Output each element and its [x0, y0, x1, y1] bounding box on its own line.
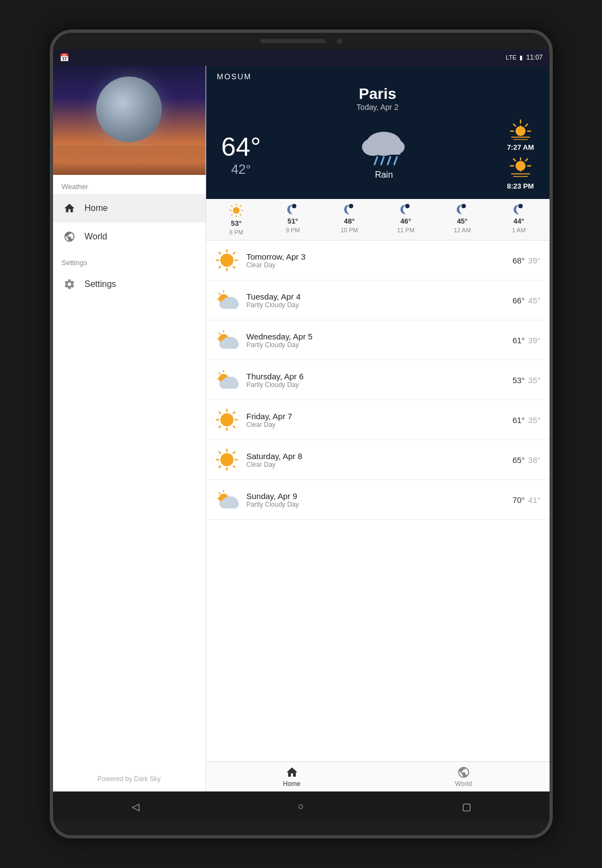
- svg-line-33: [240, 206, 241, 207]
- hourly-time-5: 1 AM: [512, 227, 525, 233]
- sidebar-item-settings[interactable]: Settings: [53, 270, 206, 298]
- tablet-bottom-bar: [53, 822, 550, 835]
- daily-high-2: 61°: [512, 336, 525, 345]
- daily-info-0: Tomorrow, Apr 3 Clear Day: [247, 252, 505, 269]
- daily-item-4[interactable]: Friday, Apr 7 Clear Day 61° 35°: [206, 400, 550, 440]
- back-button[interactable]: ◁: [129, 800, 142, 813]
- svg-line-12: [513, 124, 516, 126]
- sidebar-item-world[interactable]: World: [53, 222, 206, 251]
- sidebar-world-label: World: [85, 232, 108, 242]
- daily-info-1: Tuesday, Apr 4 Partly Cloudy Day: [247, 292, 505, 309]
- home-icon: [62, 201, 77, 216]
- daily-item-0[interactable]: Tomorrow, Apr 3 Clear Day 68° 39°: [206, 241, 550, 280]
- daily-high-4: 61°: [512, 415, 525, 425]
- svg-line-19: [525, 159, 528, 161]
- sun-times: 7:27 AM: [507, 118, 534, 190]
- hourly-item-2: 48° 10 PM: [321, 203, 377, 236]
- daily-item-5[interactable]: Saturday, Apr 8 Clear Day 65° 38°: [206, 440, 550, 480]
- temp-low: 42°: [231, 162, 251, 177]
- signal-icon: LTE: [506, 54, 516, 61]
- bottom-nav-world-label: World: [455, 780, 472, 788]
- svg-line-80: [233, 412, 235, 414]
- bottom-nav-home-label: Home: [283, 780, 300, 788]
- android-nav-bar: ◁ ○ ▢: [53, 791, 550, 822]
- bottom-nav-home[interactable]: Home: [206, 762, 378, 791]
- svg-line-21: [513, 159, 516, 161]
- current-weather-icon: Rain: [356, 128, 411, 180]
- daily-icon-6: [215, 488, 239, 512]
- svg-line-78: [219, 412, 221, 414]
- daily-temps-2: 61° 39°: [512, 336, 540, 345]
- svg-line-5: [381, 157, 384, 165]
- svg-line-90: [219, 466, 221, 468]
- daily-forecast-list: Tomorrow, Apr 3 Clear Day 68° 39°: [206, 241, 550, 761]
- daily-low-6: 41°: [528, 495, 541, 505]
- daily-temps-1: 66° 45°: [512, 296, 540, 305]
- daily-icon-5: [215, 448, 239, 472]
- sidebar: Weather Home World: [53, 66, 206, 791]
- svg-rect-64: [223, 344, 237, 349]
- daily-low-5: 38°: [528, 455, 541, 465]
- daily-icon-1: [215, 288, 239, 312]
- daily-low-4: 35°: [528, 415, 541, 425]
- daily-item-3[interactable]: Thursday, Apr 6 Partly Cloudy Day 53° 35…: [206, 360, 550, 400]
- daily-name-0: Tomorrow, Apr 3: [247, 252, 505, 261]
- hourly-item-3: 46° 11 PM: [377, 203, 434, 236]
- sunset-time: 8:23 PM: [507, 182, 534, 190]
- city-date: Today, Apr 2: [217, 103, 539, 112]
- svg-point-73: [220, 413, 233, 426]
- daily-item-2[interactable]: Wednesday, Apr 5 Partly Cloudy Day 61° 3…: [206, 320, 550, 360]
- svg-line-46: [233, 266, 235, 268]
- tablet-screen: 📅 LTE ▮ 11:07 Weather: [53, 49, 550, 791]
- daily-desc-6: Partly Cloudy Day: [247, 501, 505, 508]
- hourly-item-4: 45° 12 AM: [434, 203, 490, 236]
- svg-line-52: [219, 293, 220, 295]
- bottom-nav-world[interactable]: World: [378, 762, 550, 791]
- svg-line-34: [231, 214, 232, 215]
- content-area: MOSUM Paris Today, Apr 2 64° 42°: [206, 66, 550, 791]
- tablet-top-bar: [53, 33, 550, 49]
- weather-section-label: Weather: [53, 175, 206, 194]
- svg-rect-72: [223, 384, 237, 389]
- daily-desc-4: Clear Day: [247, 421, 505, 429]
- bottom-nav: Home World: [206, 761, 550, 791]
- svg-line-32: [240, 214, 241, 215]
- daily-info-2: Wednesday, Apr 5 Partly Cloudy Day: [247, 332, 505, 349]
- daily-info-6: Sunday, Apr 9 Partly Cloudy Day: [247, 491, 505, 508]
- svg-point-38: [461, 204, 466, 208]
- svg-line-6: [388, 157, 390, 165]
- daily-desc-1: Partly Cloudy Day: [247, 301, 505, 309]
- main-area: Weather Home World: [53, 66, 550, 791]
- hourly-time-3: 11 PM: [397, 227, 414, 233]
- daily-info-4: Friday, Apr 7 Clear Day: [247, 412, 505, 429]
- svg-line-48: [219, 266, 221, 268]
- moon-illustration: [96, 77, 162, 142]
- daily-info-5: Saturday, Apr 8 Clear Day: [247, 451, 505, 468]
- app-name: MOSUM: [217, 72, 539, 81]
- svg-line-7: [394, 157, 397, 165]
- daily-temps-3: 53° 35°: [512, 376, 540, 385]
- hourly-temp-5: 44°: [513, 217, 524, 225]
- home-button[interactable]: ○: [294, 800, 307, 813]
- recents-button[interactable]: ▢: [460, 800, 473, 813]
- daily-item-6[interactable]: Sunday, Apr 9 Partly Cloudy Day 70° 41°: [206, 480, 550, 520]
- daily-icon-0: [215, 248, 239, 272]
- svg-point-35: [292, 204, 296, 208]
- svg-line-89: [233, 451, 235, 454]
- daily-temps-0: 68° 39°: [512, 256, 540, 265]
- hourly-temp-1: 51°: [288, 217, 299, 225]
- daily-temps-6: 70° 41°: [512, 495, 540, 505]
- daily-item-1[interactable]: Tuesday, Apr 4 Partly Cloudy Day 66° 45°: [206, 280, 550, 320]
- hourly-temp-2: 48°: [344, 217, 355, 225]
- svg-line-68: [219, 373, 220, 374]
- sidebar-item-home[interactable]: Home: [53, 194, 206, 222]
- svg-line-10: [525, 124, 528, 126]
- gear-icon: [62, 277, 77, 292]
- daily-name-4: Friday, Apr 7: [247, 412, 505, 421]
- hourly-time-2: 10 PM: [341, 227, 358, 233]
- sunrise-time: 7:27 AM: [507, 143, 534, 151]
- status-bar-left: 📅: [60, 53, 69, 62]
- svg-line-79: [233, 426, 235, 428]
- svg-line-47: [233, 252, 235, 254]
- world-icon: [62, 229, 77, 244]
